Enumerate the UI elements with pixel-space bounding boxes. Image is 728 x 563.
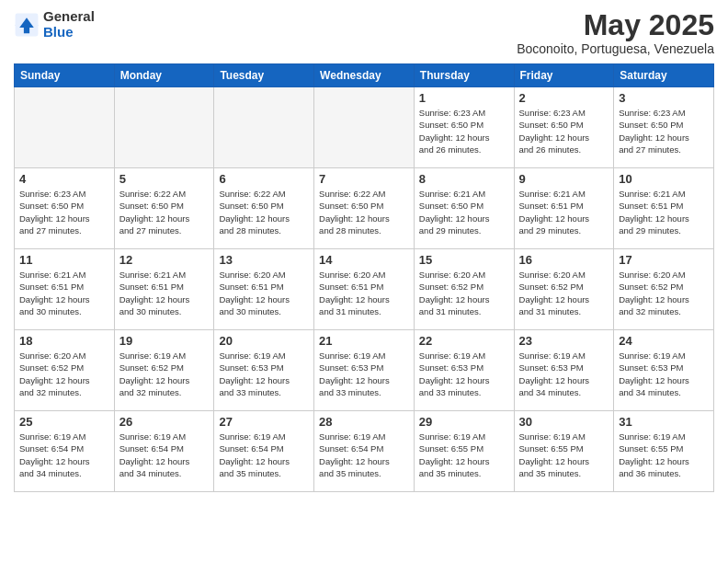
day-number: 18	[19, 334, 109, 348]
calendar-week-row: 18Sunrise: 6:20 AMSunset: 6:52 PMDayligh…	[15, 330, 714, 411]
day-number: 2	[519, 91, 609, 105]
day-info: Sunrise: 6:19 AMSunset: 6:54 PMDaylight:…	[119, 431, 210, 479]
day-info: Sunrise: 6:19 AMSunset: 6:54 PMDaylight:…	[219, 431, 309, 479]
day-number: 24	[619, 334, 709, 348]
day-number: 29	[419, 415, 509, 429]
calendar-cell: 13Sunrise: 6:20 AMSunset: 6:51 PMDayligh…	[214, 249, 314, 330]
calendar-cell: 17Sunrise: 6:20 AMSunset: 6:52 PMDayligh…	[614, 249, 714, 330]
day-number: 9	[519, 172, 609, 186]
calendar-cell: 20Sunrise: 6:19 AMSunset: 6:53 PMDayligh…	[214, 330, 314, 411]
day-info: Sunrise: 6:19 AMSunset: 6:54 PMDaylight:…	[319, 431, 409, 479]
day-info: Sunrise: 6:22 AMSunset: 6:50 PMDaylight:…	[219, 188, 309, 236]
calendar-cell: 5Sunrise: 6:22 AMSunset: 6:50 PMDaylight…	[114, 168, 214, 249]
calendar-cell	[314, 87, 415, 168]
day-number: 27	[219, 415, 309, 429]
calendar-cell: 11Sunrise: 6:21 AMSunset: 6:51 PMDayligh…	[15, 249, 115, 330]
day-info: Sunrise: 6:19 AMSunset: 6:53 PMDaylight:…	[319, 350, 409, 398]
day-info: Sunrise: 6:21 AMSunset: 6:51 PMDaylight:…	[19, 269, 109, 317]
calendar-cell: 30Sunrise: 6:19 AMSunset: 6:55 PMDayligh…	[514, 411, 614, 492]
page: General Blue May 2025 Boconoito, Portugu…	[0, 0, 728, 563]
logo: General Blue	[14, 9, 95, 40]
calendar-cell: 26Sunrise: 6:19 AMSunset: 6:54 PMDayligh…	[114, 411, 214, 492]
day-number: 10	[619, 172, 709, 186]
logo-text: General Blue	[43, 9, 95, 40]
calendar-cell: 23Sunrise: 6:19 AMSunset: 6:53 PMDayligh…	[514, 330, 614, 411]
calendar-day-header: Thursday	[414, 64, 514, 87]
header: General Blue May 2025 Boconoito, Portugu…	[14, 9, 714, 56]
calendar-cell: 21Sunrise: 6:19 AMSunset: 6:53 PMDayligh…	[314, 330, 415, 411]
day-info: Sunrise: 6:23 AMSunset: 6:50 PMDaylight:…	[619, 107, 709, 155]
day-info: Sunrise: 6:20 AMSunset: 6:51 PMDaylight:…	[219, 269, 309, 317]
day-number: 11	[19, 253, 109, 267]
day-number: 1	[419, 91, 509, 105]
calendar-cell: 31Sunrise: 6:19 AMSunset: 6:55 PMDayligh…	[614, 411, 714, 492]
calendar-day-header: Monday	[114, 64, 214, 87]
logo-blue: Blue	[43, 25, 95, 40]
calendar-day-header: Saturday	[614, 64, 714, 87]
calendar-cell: 1Sunrise: 6:23 AMSunset: 6:50 PMDaylight…	[414, 87, 514, 168]
day-info: Sunrise: 6:23 AMSunset: 6:50 PMDaylight:…	[419, 107, 509, 155]
day-number: 30	[519, 415, 609, 429]
calendar-week-row: 11Sunrise: 6:21 AMSunset: 6:51 PMDayligh…	[15, 249, 714, 330]
day-number: 13	[219, 253, 309, 267]
day-info: Sunrise: 6:19 AMSunset: 6:53 PMDaylight:…	[419, 350, 509, 398]
calendar-cell: 24Sunrise: 6:19 AMSunset: 6:53 PMDayligh…	[614, 330, 714, 411]
day-info: Sunrise: 6:21 AMSunset: 6:51 PMDaylight:…	[619, 188, 709, 236]
calendar-cell: 8Sunrise: 6:21 AMSunset: 6:50 PMDaylight…	[414, 168, 514, 249]
day-info: Sunrise: 6:21 AMSunset: 6:51 PMDaylight:…	[119, 269, 210, 317]
logo-general: General	[43, 9, 95, 25]
day-info: Sunrise: 6:19 AMSunset: 6:55 PMDaylight:…	[419, 431, 509, 479]
day-number: 21	[319, 334, 409, 348]
day-info: Sunrise: 6:19 AMSunset: 6:52 PMDaylight:…	[119, 350, 210, 398]
calendar-week-row: 1Sunrise: 6:23 AMSunset: 6:50 PMDaylight…	[15, 87, 714, 168]
day-info: Sunrise: 6:19 AMSunset: 6:53 PMDaylight:…	[219, 350, 309, 398]
day-number: 15	[419, 253, 509, 267]
calendar-cell: 16Sunrise: 6:20 AMSunset: 6:52 PMDayligh…	[514, 249, 614, 330]
calendar-cell: 27Sunrise: 6:19 AMSunset: 6:54 PMDayligh…	[214, 411, 314, 492]
calendar-cell	[15, 87, 115, 168]
month-title: May 2025	[517, 9, 714, 41]
day-number: 8	[419, 172, 509, 186]
day-info: Sunrise: 6:21 AMSunset: 6:51 PMDaylight:…	[519, 188, 609, 236]
day-number: 19	[119, 334, 210, 348]
day-number: 31	[619, 415, 709, 429]
day-info: Sunrise: 6:19 AMSunset: 6:53 PMDaylight:…	[519, 350, 609, 398]
calendar-cell: 22Sunrise: 6:19 AMSunset: 6:53 PMDayligh…	[414, 330, 514, 411]
day-info: Sunrise: 6:20 AMSunset: 6:52 PMDaylight:…	[419, 269, 509, 317]
calendar-day-header: Friday	[514, 64, 614, 87]
calendar-cell: 9Sunrise: 6:21 AMSunset: 6:51 PMDaylight…	[514, 168, 614, 249]
day-info: Sunrise: 6:23 AMSunset: 6:50 PMDaylight:…	[19, 188, 109, 236]
calendar-cell: 19Sunrise: 6:19 AMSunset: 6:52 PMDayligh…	[114, 330, 214, 411]
calendar-cell: 25Sunrise: 6:19 AMSunset: 6:54 PMDayligh…	[15, 411, 115, 492]
calendar-cell	[114, 87, 214, 168]
day-info: Sunrise: 6:20 AMSunset: 6:52 PMDaylight:…	[619, 269, 709, 317]
day-info: Sunrise: 6:22 AMSunset: 6:50 PMDaylight:…	[119, 188, 210, 236]
calendar-cell: 7Sunrise: 6:22 AMSunset: 6:50 PMDaylight…	[314, 168, 415, 249]
calendar-cell: 12Sunrise: 6:21 AMSunset: 6:51 PMDayligh…	[114, 249, 214, 330]
day-info: Sunrise: 6:19 AMSunset: 6:55 PMDaylight:…	[519, 431, 609, 479]
day-number: 20	[219, 334, 309, 348]
calendar-table: SundayMondayTuesdayWednesdayThursdayFrid…	[14, 63, 714, 492]
day-number: 22	[419, 334, 509, 348]
calendar-cell: 10Sunrise: 6:21 AMSunset: 6:51 PMDayligh…	[614, 168, 714, 249]
day-info: Sunrise: 6:20 AMSunset: 6:52 PMDaylight:…	[19, 350, 109, 398]
calendar-cell: 29Sunrise: 6:19 AMSunset: 6:55 PMDayligh…	[414, 411, 514, 492]
calendar-day-header: Sunday	[15, 64, 115, 87]
day-info: Sunrise: 6:21 AMSunset: 6:50 PMDaylight:…	[419, 188, 509, 236]
day-number: 5	[119, 172, 210, 186]
calendar-week-row: 4Sunrise: 6:23 AMSunset: 6:50 PMDaylight…	[15, 168, 714, 249]
calendar-cell: 18Sunrise: 6:20 AMSunset: 6:52 PMDayligh…	[15, 330, 115, 411]
day-number: 28	[319, 415, 409, 429]
day-number: 4	[19, 172, 109, 186]
day-number: 14	[319, 253, 409, 267]
day-number: 25	[19, 415, 109, 429]
day-number: 26	[119, 415, 210, 429]
title-block: May 2025 Boconoito, Portuguesa, Venezuel…	[517, 9, 714, 56]
day-number: 7	[319, 172, 409, 186]
calendar-day-header: Wednesday	[314, 64, 415, 87]
day-number: 16	[519, 253, 609, 267]
calendar-cell: 4Sunrise: 6:23 AMSunset: 6:50 PMDaylight…	[15, 168, 115, 249]
location-subtitle: Boconoito, Portuguesa, Venezuela	[517, 41, 714, 56]
calendar-cell: 6Sunrise: 6:22 AMSunset: 6:50 PMDaylight…	[214, 168, 314, 249]
logo-icon	[14, 12, 40, 38]
